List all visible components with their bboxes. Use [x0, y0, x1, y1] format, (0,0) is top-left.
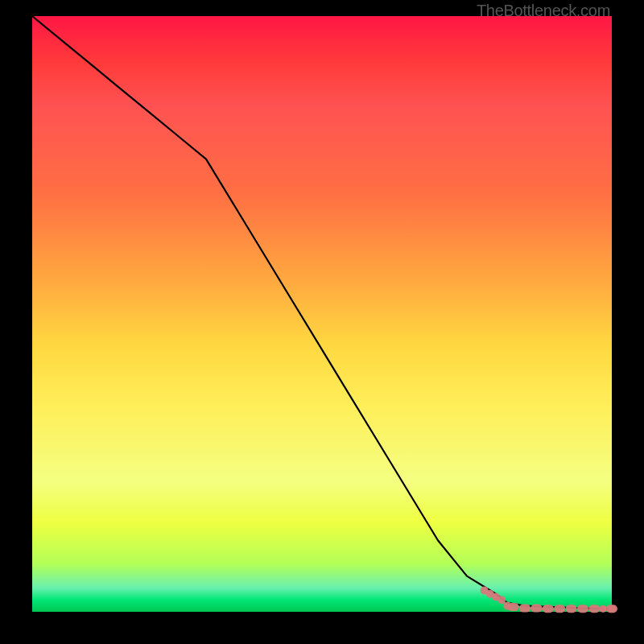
data-point	[508, 603, 519, 611]
data-point	[609, 605, 616, 613]
data-point	[577, 605, 588, 613]
data-point	[519, 605, 530, 613]
chart-frame: TheBottleneck.com	[0, 0, 644, 644]
data-points-group	[481, 586, 617, 613]
data-point	[600, 605, 607, 613]
data-point	[588, 605, 600, 613]
data-point	[543, 605, 554, 613]
data-point	[530, 605, 542, 613]
data-point	[566, 605, 577, 613]
watermark-text: TheBottleneck.com	[477, 2, 610, 20]
data-point	[554, 605, 565, 613]
chart-svg	[32, 16, 612, 612]
bottleneck-curve-line	[32, 16, 612, 609]
data-point	[497, 596, 506, 604]
